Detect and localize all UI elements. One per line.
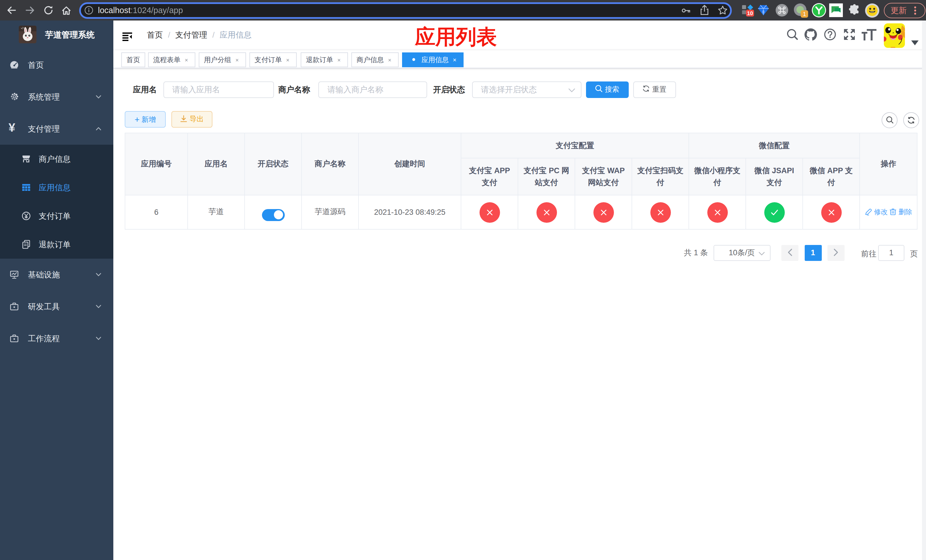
svg-text:1: 1 bbox=[803, 11, 806, 17]
svg-text:10: 10 bbox=[747, 10, 753, 16]
